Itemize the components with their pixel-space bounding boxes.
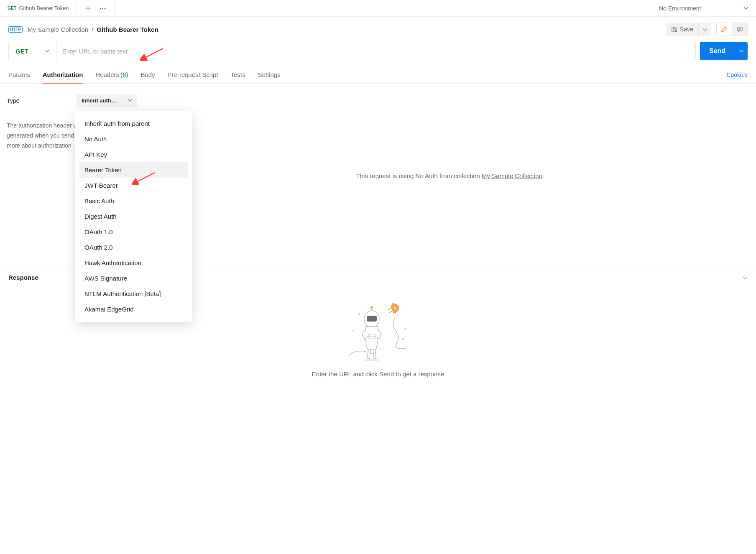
auth-option-oauth2[interactable]: OAuth 2.0 bbox=[79, 240, 188, 255]
svg-rect-12 bbox=[368, 334, 375, 338]
url-row: GET Send bbox=[0, 42, 756, 66]
svg-point-5 bbox=[352, 330, 354, 332]
top-tab-bar: GET Github Bearer Token No Environment bbox=[0, 0, 756, 17]
save-label: Save bbox=[680, 26, 693, 33]
comment-icon bbox=[736, 26, 743, 33]
auth-option-akamai[interactable]: Akamai EdgeGrid bbox=[79, 301, 188, 317]
header-actions: Save bbox=[666, 23, 748, 36]
response-hint: Enter the URL and click Send to get a re… bbox=[312, 370, 444, 378]
tab-title: Github Bearer Token bbox=[19, 5, 69, 11]
save-dropdown[interactable] bbox=[698, 23, 711, 36]
header-row: HTTP My Sample Collection / Github Beare… bbox=[0, 17, 756, 42]
auth-option-ntlm[interactable]: NTLM Authentication [Beta] bbox=[79, 286, 188, 301]
tab-headers[interactable]: Headers(6) bbox=[95, 66, 128, 83]
tab-settings[interactable]: Settings bbox=[258, 66, 281, 83]
request-tab[interactable]: GET Github Bearer Token bbox=[0, 0, 77, 16]
auth-option-apikey[interactable]: API Key bbox=[79, 147, 188, 162]
tab-body[interactable]: Body bbox=[140, 66, 155, 83]
cookies-link[interactable]: Cookies bbox=[726, 71, 748, 78]
more-icon[interactable] bbox=[100, 8, 106, 9]
save-group: Save bbox=[666, 23, 711, 36]
url-box: GET bbox=[8, 42, 696, 60]
http-badge-icon: HTTP bbox=[8, 26, 23, 33]
method-selector[interactable]: GET bbox=[9, 42, 56, 60]
auth-info-text: This request is using No Auth from colle… bbox=[356, 172, 544, 179]
svg-point-6 bbox=[405, 328, 406, 329]
tab-actions bbox=[77, 0, 115, 16]
environment-selector[interactable]: No Environment bbox=[651, 0, 756, 16]
svg-point-15 bbox=[364, 359, 379, 361]
svg-point-1 bbox=[102, 8, 103, 9]
chevron-down-icon bbox=[45, 50, 49, 53]
request-tabs: Params Authorization Headers(6) Body Pre… bbox=[0, 66, 756, 84]
auth-option-jwt[interactable]: JWT Bearer bbox=[79, 178, 188, 193]
auth-option-basic[interactable]: Basic Auth bbox=[79, 193, 188, 209]
response-collapse[interactable] bbox=[743, 274, 748, 281]
svg-point-13 bbox=[370, 336, 371, 337]
auth-option-digest[interactable]: Digest Auth bbox=[79, 209, 188, 224]
svg-point-14 bbox=[373, 336, 374, 337]
tab-prerequest[interactable]: Pre-request Script bbox=[168, 66, 218, 83]
breadcrumb-separator: / bbox=[92, 26, 93, 33]
response-title: Response bbox=[8, 274, 38, 281]
auth-option-oauth1[interactable]: OAuth 1.0 bbox=[79, 224, 188, 240]
svg-point-2 bbox=[105, 8, 106, 9]
auth-option-inherit[interactable]: Inherit auth from parent bbox=[79, 116, 188, 131]
auth-option-hawk[interactable]: Hawk Authentication bbox=[79, 255, 188, 271]
svg-rect-9 bbox=[371, 309, 373, 310]
auth-type-selected: Inherit auth… bbox=[82, 97, 117, 104]
auth-type-dropdown[interactable]: Inherit auth… bbox=[77, 94, 137, 107]
auth-panel: Type Inherit auth… The authorization hea… bbox=[0, 84, 756, 268]
chevron-down-icon bbox=[743, 7, 748, 10]
tab-authorization[interactable]: Authorization bbox=[43, 66, 83, 83]
svg-point-7 bbox=[402, 338, 404, 340]
save-button[interactable]: Save bbox=[666, 23, 698, 36]
pencil-icon bbox=[721, 26, 728, 33]
send-group: Send bbox=[700, 42, 748, 60]
env-label: No Environment bbox=[659, 5, 701, 12]
auth-option-bearer[interactable]: Bearer Token bbox=[79, 162, 188, 178]
edit-button[interactable] bbox=[717, 23, 732, 36]
svg-point-8 bbox=[370, 306, 373, 309]
url-input[interactable] bbox=[56, 42, 695, 60]
breadcrumb: My Sample Collection / Github Bearer Tok… bbox=[28, 26, 158, 33]
svg-rect-11 bbox=[367, 316, 377, 322]
astronaut-illustration bbox=[340, 299, 416, 362]
auth-config: Type Inherit auth… The authorization hea… bbox=[0, 84, 144, 268]
auth-type-row: Type Inherit auth… bbox=[7, 94, 137, 107]
svg-point-4 bbox=[358, 313, 360, 315]
auth-option-aws[interactable]: AWS Signature bbox=[79, 271, 188, 286]
comment-button[interactable] bbox=[732, 23, 747, 36]
breadcrumb-current: Github Bearer Token bbox=[97, 26, 158, 33]
method-value: GET bbox=[15, 48, 28, 55]
send-dropdown[interactable] bbox=[735, 42, 748, 60]
auth-type-menu: Inherit auth from parent No Auth API Key… bbox=[75, 111, 192, 322]
save-icon bbox=[671, 26, 677, 33]
tab-method-badge: GET bbox=[8, 6, 16, 10]
send-button[interactable]: Send bbox=[700, 42, 735, 60]
chevron-down-icon bbox=[128, 99, 132, 102]
breadcrumb-collection[interactable]: My Sample Collection bbox=[28, 26, 88, 33]
chevron-down-icon bbox=[743, 276, 748, 280]
svg-point-0 bbox=[100, 8, 101, 9]
plus-icon[interactable] bbox=[85, 5, 91, 11]
auth-option-noauth[interactable]: No Auth bbox=[79, 131, 188, 147]
auth-type-label: Type bbox=[7, 97, 19, 104]
mini-actions bbox=[716, 23, 748, 36]
auth-collection-link[interactable]: My Sample Collection bbox=[482, 172, 542, 179]
auth-info-panel: This request is using No Auth from colle… bbox=[144, 84, 756, 268]
tab-tests[interactable]: Tests bbox=[230, 66, 245, 83]
tab-params[interactable]: Params bbox=[8, 66, 30, 83]
